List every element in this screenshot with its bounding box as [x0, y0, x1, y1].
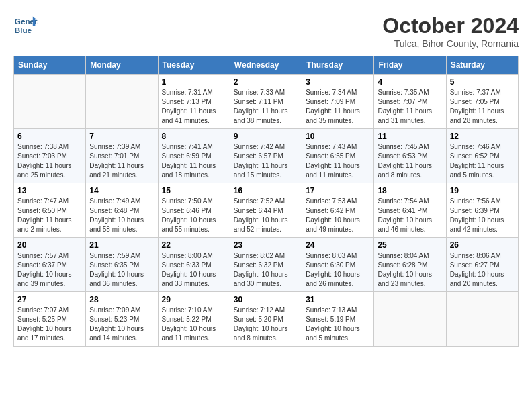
day-number: 7: [89, 132, 154, 141]
day-number: 25: [378, 240, 442, 250]
logo: General Blue: [13, 13, 38, 38]
calendar-cell: 30Sunrise: 7:12 AMSunset: 5:20 PMDayligh…: [230, 292, 302, 347]
day-number: 18: [378, 186, 442, 195]
day-info: Sunrise: 7:41 AMSunset: 6:59 PMDaylight:…: [162, 142, 226, 180]
day-info: Sunrise: 7:34 AMSunset: 7:09 PMDaylight:…: [306, 88, 370, 126]
day-info: Sunrise: 8:06 AMSunset: 6:27 PMDaylight:…: [450, 251, 515, 289]
day-info: Sunrise: 7:09 AMSunset: 5:23 PMDaylight:…: [89, 306, 154, 343]
day-info: Sunrise: 7:45 AMSunset: 6:53 PMDaylight:…: [378, 142, 442, 180]
day-info: Sunrise: 7:39 AMSunset: 7:01 PMDaylight:…: [89, 142, 154, 180]
day-number: 6: [17, 132, 82, 141]
calendar-week-row: 1Sunrise: 7:31 AMSunset: 7:13 PMDaylight…: [14, 75, 519, 129]
day-number: 2: [234, 77, 298, 87]
calendar-week-row: 6Sunrise: 7:38 AMSunset: 7:03 PMDaylight…: [14, 129, 519, 183]
day-number: 26: [450, 240, 515, 250]
day-number: 20: [17, 240, 82, 250]
day-number: 23: [234, 240, 298, 250]
day-info: Sunrise: 7:37 AMSunset: 7:05 PMDaylight:…: [450, 88, 515, 126]
calendar-cell: 6Sunrise: 7:38 AMSunset: 7:03 PMDaylight…: [14, 129, 86, 183]
day-info: Sunrise: 7:43 AMSunset: 6:55 PMDaylight:…: [306, 142, 370, 180]
day-info: Sunrise: 7:38 AMSunset: 7:03 PMDaylight:…: [17, 142, 82, 180]
day-info: Sunrise: 7:57 AMSunset: 6:37 PMDaylight:…: [17, 251, 82, 289]
title-block: October 2024 Tulca, Bihor County, Romani…: [382, 13, 519, 49]
day-info: Sunrise: 7:50 AMSunset: 6:46 PMDaylight:…: [162, 197, 226, 234]
calendar-cell: 1Sunrise: 7:31 AMSunset: 7:13 PMDaylight…: [158, 75, 230, 129]
page-header: General Blue October 2024 Tulca, Bihor C…: [13, 13, 519, 49]
day-number: 13: [17, 186, 82, 195]
day-number: 5: [450, 77, 515, 87]
day-number: 24: [306, 240, 370, 250]
day-info: Sunrise: 8:04 AMSunset: 6:28 PMDaylight:…: [378, 251, 442, 289]
weekday-header: Friday: [374, 56, 446, 75]
day-number: 29: [162, 295, 226, 304]
calendar-cell: [86, 75, 158, 129]
calendar-cell: 20Sunrise: 7:57 AMSunset: 6:37 PMDayligh…: [14, 238, 86, 292]
month-title: October 2024: [382, 13, 519, 38]
calendar-cell: [374, 292, 446, 347]
calendar-cell: [14, 75, 86, 129]
calendar-week-row: 13Sunrise: 7:47 AMSunset: 6:50 PMDayligh…: [14, 183, 519, 238]
calendar-cell: 17Sunrise: 7:53 AMSunset: 6:42 PMDayligh…: [302, 183, 374, 238]
day-info: Sunrise: 7:31 AMSunset: 7:13 PMDaylight:…: [162, 88, 226, 126]
weekday-header: Tuesday: [158, 56, 230, 75]
day-number: 12: [450, 132, 515, 141]
day-info: Sunrise: 7:47 AMSunset: 6:50 PMDaylight:…: [17, 197, 82, 234]
day-info: Sunrise: 7:59 AMSunset: 6:35 PMDaylight:…: [89, 251, 154, 289]
calendar-cell: 24Sunrise: 8:03 AMSunset: 6:30 PMDayligh…: [302, 238, 374, 292]
calendar-cell: 7Sunrise: 7:39 AMSunset: 7:01 PMDaylight…: [86, 129, 158, 183]
calendar-cell: 29Sunrise: 7:10 AMSunset: 5:22 PMDayligh…: [158, 292, 230, 347]
calendar-cell: 16Sunrise: 7:52 AMSunset: 6:44 PMDayligh…: [230, 183, 302, 238]
day-info: Sunrise: 7:12 AMSunset: 5:20 PMDaylight:…: [234, 306, 298, 343]
weekday-header: Monday: [86, 56, 158, 75]
day-info: Sunrise: 7:33 AMSunset: 7:11 PMDaylight:…: [234, 88, 298, 126]
day-number: 28: [89, 295, 154, 304]
day-number: 14: [89, 186, 154, 195]
calendar-cell: 2Sunrise: 7:33 AMSunset: 7:11 PMDaylight…: [230, 75, 302, 129]
day-number: 16: [234, 186, 298, 195]
calendar-cell: 5Sunrise: 7:37 AMSunset: 7:05 PMDaylight…: [446, 75, 518, 129]
weekday-header: Saturday: [446, 56, 518, 75]
calendar-cell: 28Sunrise: 7:09 AMSunset: 5:23 PMDayligh…: [86, 292, 158, 347]
day-number: 4: [378, 77, 442, 87]
day-number: 11: [378, 132, 442, 141]
day-info: Sunrise: 8:02 AMSunset: 6:32 PMDaylight:…: [234, 251, 298, 289]
weekday-header: Thursday: [302, 56, 374, 75]
day-number: 3: [306, 77, 370, 87]
calendar-week-row: 27Sunrise: 7:07 AMSunset: 5:25 PMDayligh…: [14, 292, 519, 347]
weekday-header-row: SundayMondayTuesdayWednesdayThursdayFrid…: [14, 56, 519, 75]
calendar-cell: 11Sunrise: 7:45 AMSunset: 6:53 PMDayligh…: [374, 129, 446, 183]
day-info: Sunrise: 7:07 AMSunset: 5:25 PMDaylight:…: [17, 306, 82, 343]
day-info: Sunrise: 7:13 AMSunset: 5:19 PMDaylight:…: [306, 306, 370, 343]
day-info: Sunrise: 7:35 AMSunset: 7:07 PMDaylight:…: [378, 88, 442, 126]
day-info: Sunrise: 8:03 AMSunset: 6:30 PMDaylight:…: [306, 251, 370, 289]
day-info: Sunrise: 7:54 AMSunset: 6:41 PMDaylight:…: [378, 197, 442, 234]
weekday-header: Wednesday: [230, 56, 302, 75]
calendar-cell: 31Sunrise: 7:13 AMSunset: 5:19 PMDayligh…: [302, 292, 374, 347]
calendar-table: SundayMondayTuesdayWednesdayThursdayFrid…: [13, 56, 519, 347]
logo-icon: General Blue: [13, 13, 38, 38]
calendar-cell: 23Sunrise: 8:02 AMSunset: 6:32 PMDayligh…: [230, 238, 302, 292]
calendar-cell: 25Sunrise: 8:04 AMSunset: 6:28 PMDayligh…: [374, 238, 446, 292]
location: Tulca, Bihor County, Romania: [382, 38, 519, 49]
calendar-cell: 22Sunrise: 8:00 AMSunset: 6:33 PMDayligh…: [158, 238, 230, 292]
calendar-cell: [446, 292, 518, 347]
calendar-cell: 10Sunrise: 7:43 AMSunset: 6:55 PMDayligh…: [302, 129, 374, 183]
day-number: 15: [162, 186, 226, 195]
calendar-cell: 12Sunrise: 7:46 AMSunset: 6:52 PMDayligh…: [446, 129, 518, 183]
day-info: Sunrise: 7:53 AMSunset: 6:42 PMDaylight:…: [306, 197, 370, 234]
day-number: 27: [17, 295, 82, 304]
day-info: Sunrise: 7:10 AMSunset: 5:22 PMDaylight:…: [162, 306, 226, 343]
day-info: Sunrise: 7:52 AMSunset: 6:44 PMDaylight:…: [234, 197, 298, 234]
calendar-cell: 21Sunrise: 7:59 AMSunset: 6:35 PMDayligh…: [86, 238, 158, 292]
calendar-cell: 3Sunrise: 7:34 AMSunset: 7:09 PMDaylight…: [302, 75, 374, 129]
calendar-cell: 13Sunrise: 7:47 AMSunset: 6:50 PMDayligh…: [14, 183, 86, 238]
day-info: Sunrise: 7:49 AMSunset: 6:48 PMDaylight:…: [89, 197, 154, 234]
calendar-cell: 26Sunrise: 8:06 AMSunset: 6:27 PMDayligh…: [446, 238, 518, 292]
day-info: Sunrise: 7:46 AMSunset: 6:52 PMDaylight:…: [450, 142, 515, 180]
day-number: 19: [450, 186, 515, 195]
calendar-cell: 18Sunrise: 7:54 AMSunset: 6:41 PMDayligh…: [374, 183, 446, 238]
day-info: Sunrise: 8:00 AMSunset: 6:33 PMDaylight:…: [162, 251, 226, 289]
day-number: 1: [162, 77, 226, 87]
day-info: Sunrise: 7:56 AMSunset: 6:39 PMDaylight:…: [450, 197, 515, 234]
day-number: 17: [306, 186, 370, 195]
